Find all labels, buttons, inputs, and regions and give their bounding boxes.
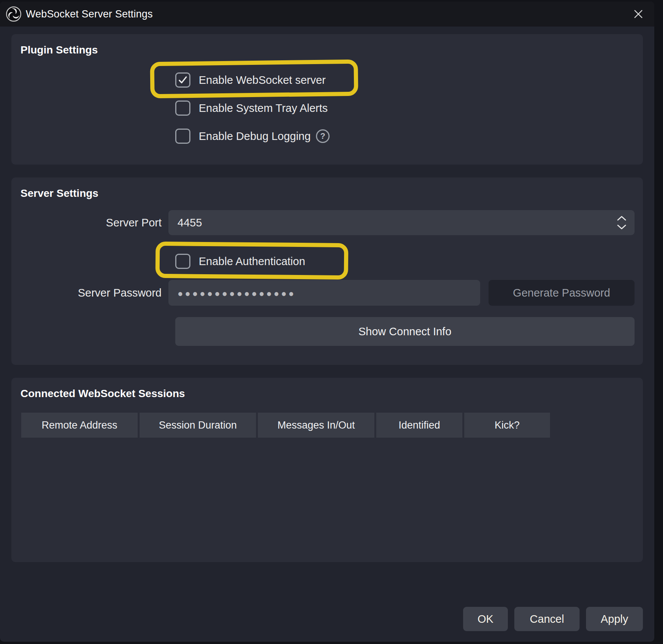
enable-debug-logging-label: Enable Debug Logging: [199, 130, 311, 143]
title-bar: WebSocket Server Settings: [0, 2, 654, 27]
enable-authentication-checkbox[interactable]: [175, 254, 190, 269]
enable-debug-logging-row: Enable Debug Logging ?: [175, 122, 635, 150]
show-connect-info-label: Show Connect Info: [358, 325, 451, 338]
spin-up-icon[interactable]: [617, 216, 626, 221]
server-password-masked-value: ●●●●●●●●●●●●●●●●: [178, 288, 296, 299]
plugin-settings-rows: Enable WebSocket server Enable System Tr…: [175, 66, 635, 150]
dialog-button-row: OK Cancel Apply: [11, 607, 643, 631]
column-header-remote-address[interactable]: Remote Address: [21, 413, 138, 438]
enable-websocket-server-label: Enable WebSocket server: [199, 74, 326, 86]
enable-authentication-label: Enable Authentication: [199, 255, 305, 268]
apply-button[interactable]: Apply: [586, 607, 643, 631]
enable-debug-logging-checkbox[interactable]: [175, 129, 190, 144]
server-settings-group: Server Settings Server Port 4455: [11, 177, 643, 365]
sessions-group: Connected WebSocket Sessions Remote Addr…: [11, 378, 643, 562]
server-password-input[interactable]: ●●●●●●●●●●●●●●●●: [168, 280, 480, 306]
close-button[interactable]: [630, 6, 647, 22]
enable-websocket-server-row: Enable WebSocket server: [175, 66, 635, 94]
window-title: WebSocket Server Settings: [26, 8, 153, 20]
cancel-button[interactable]: Cancel: [514, 607, 580, 631]
column-header-session-duration[interactable]: Session Duration: [140, 413, 256, 438]
show-connect-info-row: Show Connect Info: [20, 317, 635, 346]
column-header-kick[interactable]: Kick?: [464, 413, 550, 438]
server-port-row: Server Port 4455: [20, 210, 635, 235]
generate-password-button[interactable]: Generate Password: [489, 280, 635, 306]
column-header-identified[interactable]: Identified: [376, 413, 462, 438]
server-port-input[interactable]: 4455: [168, 210, 635, 235]
plugin-settings-group: Plugin Settings Enable WebSocket server: [11, 34, 643, 165]
checkmark-icon: [178, 75, 188, 85]
cancel-label: Cancel: [530, 613, 564, 625]
server-port-value: 4455: [178, 217, 202, 229]
plugin-settings-heading: Plugin Settings: [20, 44, 635, 56]
server-password-row: Server Password ●●●●●●●●●●●●●●●● Generat…: [20, 280, 635, 306]
sessions-table-header: Remote Address Session Duration Messages…: [20, 413, 635, 438]
enable-system-tray-alerts-row: Enable System Tray Alerts: [175, 94, 635, 122]
enable-websocket-server-checkbox[interactable]: [175, 72, 190, 88]
server-password-label: Server Password: [20, 287, 168, 299]
show-connect-info-button[interactable]: Show Connect Info: [175, 317, 635, 346]
sessions-table-body-empty: [20, 438, 635, 552]
column-header-messages-in-out[interactable]: Messages In/Out: [258, 413, 374, 438]
apply-label: Apply: [601, 613, 628, 625]
help-question-icon[interactable]: ?: [316, 129, 330, 143]
sessions-heading: Connected WebSocket Sessions: [20, 388, 635, 400]
enable-system-tray-alerts-checkbox[interactable]: [175, 101, 190, 116]
spin-down-icon[interactable]: [617, 225, 626, 229]
ok-button[interactable]: OK: [463, 607, 508, 631]
port-spinner: [617, 210, 626, 235]
group-gap: [11, 365, 643, 378]
server-port-label: Server Port: [20, 217, 168, 229]
enable-authentication-row: Enable Authentication: [20, 247, 635, 275]
enable-system-tray-alerts-label: Enable System Tray Alerts: [199, 102, 328, 115]
close-icon: [632, 8, 644, 20]
obs-logo-icon: [5, 6, 22, 22]
generate-password-label: Generate Password: [513, 287, 610, 299]
server-settings-heading: Server Settings: [20, 187, 635, 199]
ok-label: OK: [478, 613, 493, 625]
dialog-content: Plugin Settings Enable WebSocket server: [0, 27, 654, 642]
group-gap: [11, 165, 643, 177]
websocket-settings-dialog: WebSocket Server Settings Plugin Setting…: [0, 2, 654, 642]
